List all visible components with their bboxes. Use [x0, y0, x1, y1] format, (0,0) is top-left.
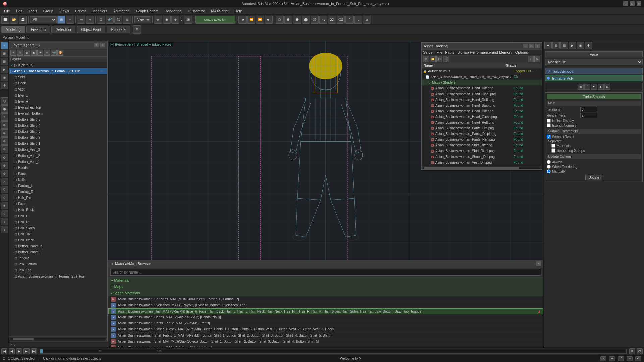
tab-modeling[interactable]: Modeling [1, 26, 25, 33]
layer-item-hair-back[interactable]: ⊡ Hair_Back [9, 207, 107, 213]
timeline-track[interactable]: 0 50 100 [40, 349, 627, 354]
sidebar-icon-s10[interactable]: ⊜ [1, 170, 8, 177]
minimize-button[interactable]: ─ [623, 1, 628, 6]
tab-more[interactable]: ▼ [133, 25, 141, 34]
menu-edit[interactable]: Edit [13, 8, 25, 14]
update-button[interactable]: Update [585, 175, 602, 180]
right-icon-display[interactable]: ◉ [577, 42, 584, 49]
asset-panel-minimize[interactable]: ─ [523, 44, 528, 48]
layer-item-hands[interactable]: ⊡ Hands [9, 165, 107, 171]
layer-item-hair-l[interactable]: ⊡ Hair_L [9, 213, 107, 219]
asset-item-hand-displ[interactable]: 🖼 Asian_Businesswoman_Hand_Displ.png Fou… [422, 91, 542, 97]
layer-item-btn-shirt3[interactable]: ⊡ Button_Shirt_3 [9, 128, 107, 134]
asset-tb-btn4[interactable]: ⊞ [443, 56, 449, 62]
menu-graph-editors[interactable]: Graph Editors [133, 8, 161, 14]
asset-item-hand-diff[interactable]: 🖼 Asian_Businesswoman_Hand_Diff.png Foun… [422, 85, 542, 91]
tab-freeform[interactable]: Freeform [26, 26, 50, 33]
toolbar-render7[interactable]: ⌦ [328, 16, 336, 24]
layer-item-hair-pin[interactable]: ⊡ Hair_Pin [9, 195, 107, 201]
menu-group[interactable]: Group [40, 8, 56, 14]
toolbar-save[interactable]: 💾 [19, 16, 27, 24]
sidebar-icon-s6[interactable]: ⊘ [1, 137, 8, 145]
layer-item-main2[interactable]: ⊡ Asian_Businesswoman_in_Formal_Suit_Fur [9, 273, 107, 279]
layers-tb-render[interactable]: 📷 [51, 50, 57, 56]
toolbar-render4[interactable]: ⬤ [302, 16, 310, 24]
asset-item-vault[interactable]: 🔒 Autodesk Vault Logged Out ... [422, 68, 542, 74]
asset-item-pants-refl[interactable]: 🖼 Asian_Businesswoman_Pants_Refl.png Fou… [422, 137, 542, 142]
toolbar-link[interactable]: 🔗 [106, 16, 114, 24]
view-select[interactable]: View [134, 16, 151, 23]
mod-nav-2[interactable]: | [584, 84, 590, 90]
menu-maxscript[interactable]: MAXScript [208, 8, 231, 14]
layer-item-jaw-bottom[interactable]: ⊡ Jaw_Bottom [9, 261, 107, 267]
turbosmooth-iterations-input[interactable] [580, 107, 597, 112]
layer-item-btn-vest3[interactable]: ⊡ Button_Vest_3 [9, 146, 107, 153]
asset-item-head-gloss[interactable]: 🖼 Asian_Businesswoman_Head_Gloss.png Fou… [422, 114, 542, 120]
sidebar-icon-create[interactable]: + [1, 42, 8, 49]
mat-item-hair[interactable]: V Asian_Businesswoman_Hair_MAT (VRayMtl)… [108, 308, 543, 314]
right-icon-hierarchy[interactable]: ⊟ [560, 42, 568, 49]
modifier-list-dropdown[interactable]: Modifier List [545, 59, 643, 65]
toolbar-render5[interactable]: ⌘ [311, 16, 319, 24]
sidebar-icon-s2[interactable]: ⬢ [1, 105, 8, 113]
toolbar-create-sel-btn[interactable]: Create Selection [195, 16, 235, 24]
layer-item-tongue[interactable]: ⊡ Tongue [9, 255, 107, 261]
asset-hscroll-track[interactable] [422, 167, 541, 169]
sidebar-icon-s5[interactable]: ⊗ [1, 129, 8, 137]
asset-tb-settings[interactable]: ⚙ [534, 56, 540, 62]
layer-item-jaw-top[interactable]: ⊡ Jaw_Top [9, 267, 107, 273]
menu-help[interactable]: Help [232, 8, 245, 14]
toolbar-obj3[interactable]: ⊛ [171, 16, 179, 24]
menu-customize[interactable]: Customize [185, 8, 208, 14]
toolbar-render2[interactable]: ⬢ [284, 16, 292, 24]
tab-selection[interactable]: Selection [51, 26, 75, 33]
time-config-btn[interactable]: ⏱ [637, 348, 643, 354]
mat-item-earrings[interactable]: M Asian_Businesswoman_EarRings_MAT (Mult… [108, 296, 543, 302]
asset-menu-bitmap[interactable]: Bitmap Performance and Memory [457, 50, 512, 54]
asset-menu-server[interactable]: Server [423, 50, 434, 54]
modifier-turbosmooth[interactable]: ⬡ TurboSmooth [545, 68, 643, 74]
asset-item-head-bmp[interactable]: 🖼 Asian_Businesswoman_Head_Bmp.png Found [422, 103, 542, 108]
sidebar-icon-motion[interactable]: ▶ [1, 66, 8, 73]
asset-group-maps[interactable]: ▽ Maps / Shaders [422, 80, 542, 85]
toolbar-create-sel[interactable]: ⊡ [97, 16, 105, 24]
layer-item-eyelash-bottom[interactable]: ⊡ Eyelash_Bottom [9, 110, 107, 116]
layers-tb-color[interactable]: 🎨 [57, 50, 63, 56]
tab-object-paint[interactable]: Object Paint [77, 26, 106, 33]
layer-item-pants[interactable]: ⊡ Pants [9, 171, 107, 177]
mod-nav-1[interactable]: ⊞ [578, 84, 584, 90]
layers-tb-add[interactable]: ⊕ [24, 50, 30, 56]
toolbar-redo[interactable]: ↪ [86, 16, 94, 24]
sidebar-icon-s3[interactable]: ⌖ [1, 113, 8, 121]
asset-item-shoes-diff[interactable]: 🖼 Asian_Businesswoman_Shoes_Diff.png Fou… [422, 154, 542, 160]
viewport[interactable]: [+] [Perspective] [Shaded + Edged Faces]… [108, 41, 543, 347]
layer-item-btn-vest1[interactable]: ⊡ Button_Vest_1 [9, 159, 107, 165]
right-icon-utilities[interactable]: ⚙ [585, 42, 592, 49]
asset-panel-maximize[interactable]: □ [529, 44, 534, 48]
sidebar-icon-s15[interactable]: ◊ [1, 210, 8, 217]
layers-hscroll[interactable] [10, 338, 107, 340]
menu-create[interactable]: Create [72, 8, 89, 14]
status-pct-btn[interactable]: % [627, 356, 633, 361]
turbosmooth-explicit-check[interactable] [547, 123, 551, 127]
asset-list[interactable]: 🔒 Autodesk Vault Logged Out ... 📄 Asian_… [422, 68, 542, 166]
layer-item-default[interactable]: ✓ ▷ 0 (default) [9, 62, 107, 68]
asset-hscroll[interactable] [422, 166, 542, 169]
toolbar-render10[interactable]: ⌄ [354, 16, 362, 24]
layer-item-heels[interactable]: ⊡ Heels [9, 80, 107, 86]
asset-tb-btn1[interactable]: ⊕ [423, 56, 429, 62]
toolbar-open[interactable]: 📂 [10, 16, 18, 24]
layer-item-eye-l[interactable]: ⊡ Eye_L [9, 92, 107, 98]
mat-item-shirt-fabric[interactable]: V Asian_Businesswoman_Shirt_Fabric_1_MAT… [108, 333, 543, 339]
sidebar-icon-s1[interactable]: ⬡ [1, 97, 8, 105]
asset-item-head-refl[interactable]: 🖼 Asian_Businesswoman_Head_Refl.png Foun… [422, 120, 542, 125]
status-ang-btn[interactable]: ∠ [618, 356, 624, 361]
asset-item-pants-diff[interactable]: 🖼 Asian_Businesswoman_Pants_Diff.png Fou… [422, 125, 542, 131]
sidebar-icon-s4[interactable]: ⊕ [1, 121, 8, 129]
key-mode-btn[interactable]: K [629, 348, 635, 354]
layer-item-hair-tail[interactable]: ⊡ Hair_Tail [9, 231, 107, 237]
layer-item-btn-pants2[interactable]: ⊡ Button_Pants_2 [9, 243, 107, 249]
layers-tb-hide[interactable]: 👁 [37, 50, 43, 56]
layer-item-earring-r[interactable]: ⊡ Earring_R [9, 189, 107, 195]
mat-item-shoes[interactable]: M Asian_Businesswoman_Shoes_MAT (Multi/S… [108, 345, 543, 347]
